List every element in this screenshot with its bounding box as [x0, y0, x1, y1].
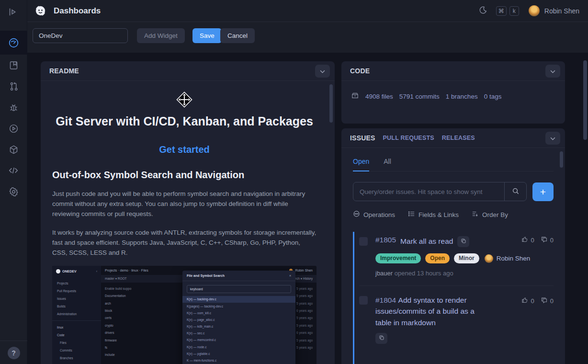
issue-row: #1804 Add syntax to render issues/commit… [359, 285, 554, 353]
top-bar: Dashboards ⌘ k Robin Shen [27, 0, 588, 22]
gear-icon [9, 187, 19, 197]
comment-count[interactable]: 0 [541, 236, 554, 244]
list-icon [408, 210, 415, 219]
mini-logo-icon [56, 269, 60, 273]
play-circle-icon [9, 124, 19, 134]
issues-scrollbar[interactable] [560, 151, 563, 168]
user-name[interactable]: Robin Shen [544, 7, 579, 15]
assignee-avatar [485, 254, 493, 263]
sidebar-item-dashboards[interactable] [0, 31, 27, 55]
shortcut-k-key: k [509, 6, 519, 16]
tab-all[interactable]: All [384, 158, 391, 171]
order-by-filter[interactable]: Order By [472, 210, 508, 219]
commits-count-link[interactable]: 5791 commits [399, 93, 440, 100]
sort-icon [472, 210, 479, 219]
issue-checkbox[interactable] [359, 296, 368, 305]
help-icon[interactable]: ? [8, 347, 20, 359]
branches-count-link[interactable]: 1 branches [446, 93, 478, 100]
readme-widget: README Git Server with CI/CD, Kanban, an… [41, 61, 335, 364]
add-issue-button[interactable]: + [532, 182, 554, 201]
issue-query-input[interactable] [353, 182, 504, 201]
comment-icon [541, 296, 548, 305]
label-improvement[interactable]: Improvement [375, 253, 421, 263]
add-widget-button[interactable]: Add Widget [137, 28, 185, 43]
copy-icon [461, 238, 466, 245]
readme-paragraph: It works by analyzing source code with A… [52, 228, 317, 258]
issue-search-button[interactable] [504, 182, 526, 201]
operations-filter[interactable]: Operations [353, 210, 395, 219]
issues-widget: ISSUES PULL REQUESTS RELEASES Open All [341, 128, 565, 364]
dashboard-gauge-icon [8, 37, 19, 48]
issues-state-tabs: Open All [353, 158, 554, 171]
onedev-logo-icon [34, 4, 47, 17]
vote-count[interactable]: 0 [521, 236, 534, 244]
tab-open[interactable]: Open [353, 158, 369, 171]
thumbs-up-icon [521, 296, 529, 305]
sidebar-expand-icon[interactable] [7, 6, 19, 18]
sidebar-item-issues[interactable] [0, 97, 27, 118]
readme-collapse-button[interactable] [315, 65, 330, 78]
copy-issue-button[interactable] [457, 236, 469, 247]
issue-title-link[interactable]: Mark all as read [400, 236, 453, 247]
readme-heading: Git Server with CI/CD, Kanban, and Packa… [52, 114, 317, 130]
releases-header-tab[interactable]: RELEASES [442, 135, 475, 141]
sidebar-item-projects[interactable] [0, 55, 27, 76]
mini-symbol-search-dialog: File and Symbol Search × keyboard K(x) —… [182, 271, 295, 364]
sidebar-item-pull-requests[interactable] [0, 76, 27, 97]
copy-issue-button[interactable] [375, 333, 387, 344]
issue-row: #1805 Mark all as read [359, 231, 554, 285]
sidebar-item-code[interactable] [0, 160, 27, 181]
readme-paragraph: Just push code and you will be able to p… [52, 189, 317, 219]
code-collapse-button[interactable] [545, 65, 560, 78]
get-started-link[interactable]: Get started [52, 144, 317, 155]
code-widget: CODE 4908 files 5791 commits 1 branches … [341, 61, 565, 124]
dashboard-content: README Git Server with CI/CD, Kanban, an… [27, 53, 588, 364]
cancel-button[interactable]: Cancel [220, 28, 255, 43]
thumbs-up-icon [521, 236, 529, 244]
issue-checkbox[interactable] [359, 237, 368, 246]
package-icon [9, 145, 19, 155]
code-icon [8, 165, 19, 176]
issue-list: #1805 Mark all as read [353, 231, 554, 353]
issue-meta: jbauer opened 13 hours ago [375, 270, 554, 277]
page-scrollbar[interactable] [582, 53, 587, 364]
pull-requests-header-tab[interactable]: PULL REQUESTS [383, 135, 434, 141]
sidebar-item-packages[interactable] [0, 139, 27, 160]
sidebar-item-settings[interactable] [0, 181, 27, 202]
tags-count-link[interactable]: 0 tags [484, 93, 502, 100]
search-icon [512, 187, 520, 196]
comment-count[interactable]: 0 [541, 296, 554, 305]
repository-icon [351, 91, 359, 102]
user-avatar[interactable] [529, 5, 540, 16]
vote-count[interactable]: 0 [521, 296, 534, 305]
save-button[interactable]: Save [192, 28, 222, 43]
operations-icon [353, 210, 360, 219]
files-count-link[interactable]: 4908 files [365, 93, 393, 100]
issue-assignee[interactable]: Robin Shen [485, 254, 531, 263]
issue-number: #1804 [375, 296, 396, 304]
chevron-down-icon [320, 68, 325, 75]
readme-widget-title: README [49, 67, 79, 75]
issues-header-tab[interactable]: ISSUES [350, 134, 375, 142]
pull-request-icon [9, 81, 19, 91]
sidebar-item-builds[interactable] [0, 118, 27, 139]
dashboard-name-input[interactable] [33, 28, 128, 43]
label-open[interactable]: Open [425, 253, 450, 263]
readme-embedded-screenshot: ONEDEV‹ Projects Pull Requests Issues Bu… [52, 266, 317, 364]
issues-collapse-button[interactable] [545, 132, 560, 145]
page-title: Dashboards [54, 6, 101, 16]
fields-links-filter[interactable]: Fields & Links [408, 210, 459, 219]
issue-number: #1805 [375, 236, 396, 244]
comment-icon [541, 236, 548, 244]
project-book-icon [9, 60, 19, 70]
widget-move-handle-icon[interactable] [52, 90, 317, 110]
chevron-down-icon [550, 68, 555, 75]
readme-scrollbar[interactable] [329, 84, 333, 123]
shortcut-cmd-key: ⌘ [496, 6, 507, 16]
copy-icon [379, 335, 384, 342]
dashboard-toolbar: Add Widget Save Cancel [27, 22, 588, 53]
label-minor[interactable]: Minor [454, 253, 479, 263]
chevron-down-icon [550, 135, 555, 142]
bug-icon [9, 102, 19, 113]
dark-mode-icon[interactable] [479, 6, 487, 16]
